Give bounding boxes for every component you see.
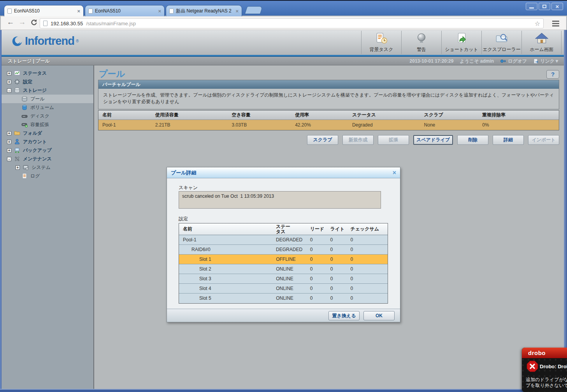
tab-title: EonNAS510: [95, 8, 156, 14]
import-button: インポート: [528, 135, 559, 145]
pool-actions: スクラブ 新規作成 拡張 スペアドライブ 削除 詳細 インポート: [98, 135, 559, 145]
sidebar-item-system[interactable]: + システム: [2, 163, 93, 172]
section-description: ストレージプールを作成、管理できます。プールは個別のディスクドライブの制限無しに…: [98, 89, 559, 109]
toolbar-shortcut[interactable]: ショートカット: [441, 31, 481, 54]
toolbar-background-tasks[interactable]: 背景タスク: [361, 31, 401, 54]
browser-menu-icon[interactable]: [551, 19, 561, 27]
sidebar-item-disk[interactable]: ディスク: [2, 112, 93, 120]
sidebar-divider: [93, 65, 94, 389]
scrub-button[interactable]: スクラブ: [307, 135, 338, 145]
expander-icon[interactable]: +: [7, 71, 11, 76]
refresh-icon[interactable]: [29, 19, 39, 28]
browser-tab-3[interactable]: 新品 Netgear ReadyNAS 2 ×: [166, 5, 242, 16]
page-icon: [7, 9, 12, 14]
header-accent-strip: [2, 55, 564, 57]
browser-navbar: ← → 192.168.30.55 /status/mainFrame.jsp …: [1, 16, 566, 30]
col-write: ライト: [327, 227, 347, 232]
dialog-footer: 置き換える OK: [167, 309, 400, 322]
toolbar-explorer[interactable]: エクスプローラー: [481, 31, 521, 54]
tab-title: EonNAS510: [14, 8, 75, 14]
detail-table-header: 名前 ステータス リード ライト チェックサム: [179, 223, 388, 235]
maximize-button[interactable]: [539, 3, 550, 10]
sidebar-item-folder[interactable]: + フォルダ: [2, 129, 93, 137]
forward-icon[interactable]: →: [17, 18, 27, 26]
detail-row-slot5[interactable]: Slot 5 ONLINE 0 0 0: [179, 294, 388, 303]
scan-result-box: scrub canceled on Tue Oct 1 13:05:39 201…: [179, 191, 381, 209]
ok-button[interactable]: OK: [363, 311, 395, 320]
url-bar[interactable]: 192.168.30.55 /status/mainFrame.jsp ☆: [40, 18, 544, 28]
logoff-link[interactable]: ログオフ: [500, 58, 527, 65]
tab-title: 新品 Netgear ReadyNAS 2: [176, 8, 233, 14]
logo-text: Infortrend: [25, 35, 74, 47]
drobo-message: 追加のドライブがな ブを取り外さないでく: [526, 377, 567, 388]
sidebar-item-pool[interactable]: プール: [2, 95, 93, 103]
detail-button[interactable]: 詳細: [493, 135, 524, 145]
sidebar-item-settings[interactable]: + 設定: [2, 77, 93, 86]
sidebar-item-volume[interactable]: ボリューム: [2, 103, 93, 112]
drobo-logo: drobo: [528, 350, 546, 356]
delete-button[interactable]: 削除: [457, 135, 488, 145]
sidebar-item-status[interactable]: + ステータス: [2, 69, 93, 77]
close-button[interactable]: ×: [551, 3, 563, 10]
new-tab-button[interactable]: [245, 6, 263, 14]
expander-icon[interactable]: -: [7, 157, 11, 161]
replace-button[interactable]: 置き換える: [328, 311, 360, 320]
minimize-button[interactable]: [526, 3, 537, 10]
col-status: ステータス: [272, 224, 306, 234]
tab-close-icon[interactable]: ×: [77, 8, 80, 14]
col-dedup: 重複排除率: [478, 111, 559, 120]
tool-label: 警告: [417, 46, 426, 53]
drobo-title: Drobo: Drob: [540, 364, 567, 369]
tab-close-icon[interactable]: ×: [158, 8, 161, 14]
expander-icon[interactable]: +: [7, 148, 11, 153]
detail-row-slot3[interactable]: Slot 3 ONLINE 0 0 0: [179, 274, 388, 284]
section-header: バーチャルプール: [98, 80, 559, 89]
detail-row-pool[interactable]: Pool-1 DEGRADED 0 0 0: [179, 235, 388, 245]
detail-row-raid[interactable]: RAID6#0 DEGRADED 0 0 0: [179, 245, 388, 255]
tab-close-icon[interactable]: ×: [235, 8, 239, 14]
drobo-notification[interactable]: drobo Drobo: Drob 追加のドライブがな ブを取り外さないでく: [522, 348, 567, 392]
col-checksum: チェックサム: [346, 227, 388, 232]
sidebar-item-backup[interactable]: + バックアップ: [2, 146, 93, 155]
alert-icon: [414, 32, 429, 46]
detail-row-slot2[interactable]: Slot 2 ONLINE 0 0 0: [179, 264, 388, 274]
toolbar-alerts[interactable]: 警告: [401, 31, 441, 54]
col-read: リード: [306, 227, 327, 232]
help-button[interactable]: ?: [546, 70, 559, 79]
pool-row-selected[interactable]: Pool-1 2.21TB 3.03TB 42.20% Degraded Non…: [98, 120, 559, 130]
links-menu[interactable]: リンク▼: [533, 58, 559, 65]
browser-tab-1[interactable]: EonNAS510 ×: [4, 5, 84, 16]
window-frame-bottom: [0, 389, 567, 392]
scan-label: スキャン: [179, 185, 198, 191]
welcome-text: ようこそ admin: [460, 58, 494, 65]
detail-row-slot1-offline[interactable]: Slot 1 OFFLINE 0 0 0: [179, 255, 388, 264]
expander-icon[interactable]: -: [7, 88, 11, 93]
sidebar-item-log[interactable]: ログ: [2, 172, 93, 180]
expander-icon[interactable]: +: [16, 165, 20, 170]
page-title: プール: [99, 68, 125, 80]
tool-label: ホーム画面: [530, 46, 553, 53]
window-frame-right: [564, 30, 567, 392]
expander-icon[interactable]: +: [7, 80, 11, 84]
bookmark-star-icon[interactable]: ☆: [535, 20, 540, 27]
sidebar-item-storage[interactable]: - ストレージ: [2, 86, 93, 95]
sidebar-item-capacity-expand[interactable]: 容量拡張: [2, 120, 93, 129]
browser-tab-2[interactable]: EonNAS510 ×: [85, 5, 165, 16]
col-used: 使用済容量: [151, 111, 228, 120]
log-document-icon: [21, 173, 28, 179]
logoff-icon: [500, 58, 506, 64]
expander-icon[interactable]: +: [7, 131, 11, 135]
back-icon[interactable]: ←: [5, 18, 16, 26]
toolbar-home[interactable]: ホーム画面: [521, 31, 562, 54]
spare-drive-button[interactable]: スペアドライブ: [413, 135, 453, 145]
detail-row-slot4[interactable]: Slot 4 ONLINE 0 0 0: [179, 284, 388, 294]
expand-button: 拡張: [378, 135, 409, 145]
pool-table-header: 名前 使用済容量 空き容量 使用率 ステータス スクラブ 重複排除率: [98, 111, 559, 120]
sidebar-item-account[interactable]: + アカウント: [2, 137, 93, 146]
disk-expand-icon: [21, 121, 28, 128]
breadcrumb: ストレージ | プール: [8, 58, 50, 65]
expander-icon[interactable]: +: [7, 140, 11, 144]
timestamp: 2013-10-01 17:20:29: [410, 58, 454, 64]
sidebar-item-maintenance[interactable]: - メンテナンス: [2, 155, 93, 163]
dialog-close-icon[interactable]: ×: [393, 169, 396, 176]
